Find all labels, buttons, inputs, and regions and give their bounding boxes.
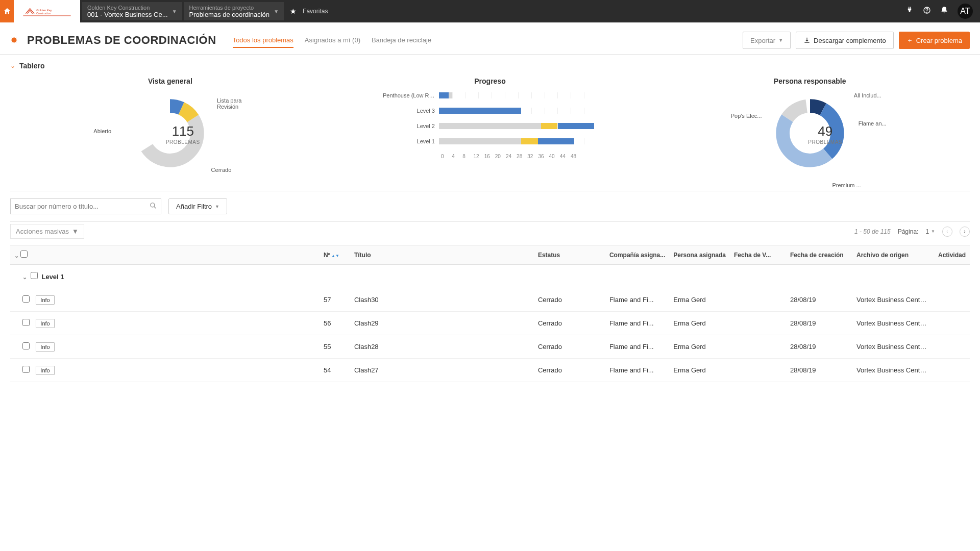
table-row[interactable]: Info55Clash28CerradoFlame and Fi...Erma …	[10, 335, 970, 359]
bell-icon[interactable]	[940, 6, 948, 16]
sort-icon[interactable]: ▲▼	[331, 254, 339, 258]
home-icon	[3, 7, 11, 15]
prev-page-button[interactable]: ‹	[942, 227, 952, 237]
export-dropdown[interactable]: Exportar ▼	[743, 32, 791, 49]
pagination-count: 1 - 50 de 115	[854, 228, 891, 235]
cell-due	[730, 359, 786, 382]
info-button[interactable]: Info	[36, 342, 54, 352]
tool-category: Herramientas de proyecto	[189, 5, 270, 11]
bulk-actions-dropdown[interactable]: Acciones masivas ▼	[10, 224, 84, 239]
download-icon	[803, 37, 811, 44]
cell-activity	[934, 359, 970, 382]
overview-chart: Vista general 115 PROBLEMAS Abierto List…	[10, 77, 330, 176]
col-status[interactable]: Estatus	[534, 245, 605, 265]
col-due[interactable]: Fecha de V...	[730, 245, 786, 265]
info-button[interactable]: Info	[36, 295, 54, 305]
home-button[interactable]	[0, 0, 14, 22]
cell-due	[730, 312, 786, 335]
row-checkbox[interactable]	[22, 342, 30, 349]
group-row[interactable]: ⌄ Level 1	[10, 265, 970, 288]
table-row[interactable]: Info57Clash30CerradoFlame and Fi...Erma …	[10, 288, 970, 312]
cell-number: 55	[320, 335, 350, 359]
expand-all-icon[interactable]: ⌄	[14, 253, 19, 259]
table-row[interactable]: Info54Clash27CerradoFlame and Fi...Erma …	[10, 359, 970, 382]
table-row[interactable]: Info56Clash29CerradoFlame and Fi...Erma …	[10, 312, 970, 335]
cell-file: Vortex Business Center ...	[852, 359, 934, 382]
info-button[interactable]: Info	[36, 366, 54, 375]
user-avatar[interactable]: AT	[958, 4, 973, 19]
tab-assigned-to-me[interactable]: Asignados a mí (0)	[305, 33, 360, 48]
cell-created: 28/08/19	[786, 335, 852, 359]
next-page-button[interactable]: ›	[960, 227, 970, 237]
responsible-count: 49	[808, 123, 842, 139]
add-filter-button[interactable]: Añadir Filtro ▼	[168, 198, 227, 214]
logo-icon: Golden Key Construction	[21, 5, 72, 18]
progress-category-label: Level 1	[383, 138, 439, 144]
search-input[interactable]	[15, 203, 150, 210]
cell-status: Cerrado	[534, 288, 605, 312]
dashboard-label: Tablero	[19, 62, 45, 70]
dashboard-toggle[interactable]: ⌄ Tablero	[0, 55, 980, 77]
plug-icon[interactable]	[905, 6, 914, 16]
gear-icon[interactable]: ✸	[10, 35, 18, 46]
cell-person: Erma Gerd	[669, 312, 730, 335]
group-checkbox[interactable]	[31, 272, 38, 279]
tab-recycle-bin[interactable]: Bandeja de reciclaje	[372, 33, 431, 48]
overview-count: 115	[166, 123, 200, 139]
cell-company: Flame and Fi...	[605, 359, 669, 382]
row-checkbox[interactable]	[22, 366, 30, 373]
cell-activity	[934, 288, 970, 312]
cell-file: Vortex Business Center ...	[852, 312, 934, 335]
cell-title: Clash30	[350, 288, 534, 312]
progress-bar	[439, 92, 597, 98]
cell-created: 28/08/19	[786, 359, 852, 382]
tool-selector[interactable]: Herramientas de proyecto Problemas de co…	[184, 2, 284, 20]
favorites-label[interactable]: Favoritas	[303, 8, 328, 15]
page-select[interactable]: 1 ▼	[925, 228, 935, 235]
tab-all-issues[interactable]: Todos los problemas	[233, 33, 293, 48]
help-icon[interactable]	[923, 6, 931, 16]
favorite-star-icon[interactable]: ★	[290, 7, 297, 15]
download-plugin-button[interactable]: Descargar complemento	[796, 32, 894, 49]
legend-all-included: All Includ...	[854, 92, 881, 98]
cell-title: Clash28	[350, 335, 534, 359]
view-tabs: Todos los problemas Asignados a mí (0) B…	[233, 33, 431, 48]
progress-category-label: Penthouse (Low Roof)	[383, 92, 439, 98]
progress-bar	[439, 138, 597, 144]
select-all-checkbox[interactable]	[20, 251, 28, 258]
col-activity[interactable]: Actividad	[934, 245, 970, 265]
caret-down-icon: ▼	[72, 228, 79, 235]
caret-down-icon: ▼	[274, 9, 279, 14]
search-icon[interactable]	[150, 202, 157, 211]
create-issue-button[interactable]: ＋ Crear problema	[899, 32, 970, 49]
cell-file: Vortex Business Center ...	[852, 335, 934, 359]
col-company[interactable]: Compañía asigna...	[605, 245, 669, 265]
project-selector[interactable]: Golden Key Construction 001 - Vortex Bus…	[82, 2, 182, 20]
cell-number: 56	[320, 312, 350, 335]
plus-icon: ＋	[906, 36, 913, 45]
progress-row: Level 2	[383, 123, 597, 129]
col-title[interactable]: Título	[350, 245, 534, 265]
progress-row: Level 1	[383, 138, 597, 144]
row-checkbox[interactable]	[22, 295, 30, 303]
cell-status: Cerrado	[534, 312, 605, 335]
table-controls: Acciones masivas ▼ 1 - 50 de 115 Página:…	[0, 222, 980, 245]
info-button[interactable]: Info	[36, 319, 54, 328]
col-number[interactable]: Nº	[324, 252, 330, 259]
col-created[interactable]: Fecha de creación	[786, 245, 852, 265]
col-person[interactable]: Persona asignada	[669, 245, 730, 265]
cell-title: Clash27	[350, 359, 534, 382]
col-file[interactable]: Archivo de origen	[852, 245, 934, 265]
search-box[interactable]	[10, 198, 161, 214]
cell-person: Erma Gerd	[669, 288, 730, 312]
row-checkbox[interactable]	[22, 319, 30, 326]
chevron-down-icon[interactable]: ⌄	[22, 274, 27, 280]
cell-due	[730, 288, 786, 312]
group-name: Level 1	[41, 273, 64, 281]
svg-point-4	[926, 12, 927, 12]
cell-number: 57	[320, 288, 350, 312]
company-logo[interactable]: Golden Key Construction	[14, 0, 80, 22]
responsible-title: Persona responsable	[774, 77, 846, 85]
cell-company: Flame and Fi...	[605, 312, 669, 335]
page-label: Página:	[898, 228, 919, 235]
